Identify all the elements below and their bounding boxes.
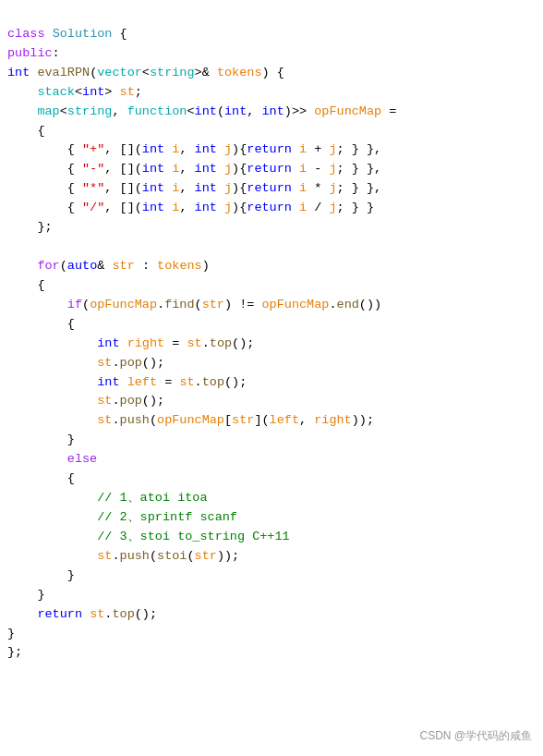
code-block: class Solution { public: int evalRPN(vec… (0, 4, 543, 703)
watermark: CSDN @学代码的咸鱼 (419, 727, 532, 745)
code-container: class Solution { public: int evalRPN(vec… (0, 0, 543, 756)
line-1: class Solution { public: int evalRPN(vec… (7, 27, 396, 660)
